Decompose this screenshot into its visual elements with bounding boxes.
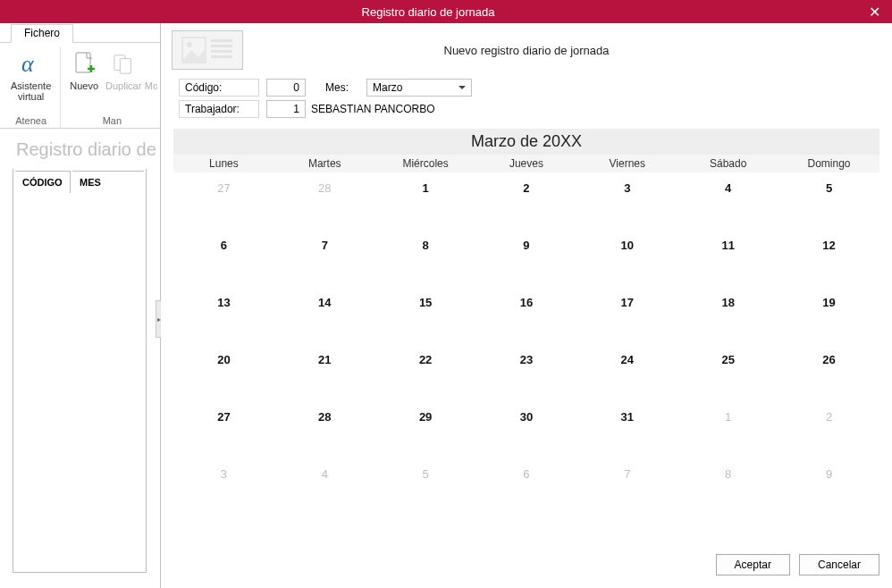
calendar-day[interactable]: 26 — [778, 344, 879, 401]
alpha-icon: α — [17, 48, 46, 80]
calendar-day: 9 — [778, 458, 879, 516]
calendar-day: 3 — [173, 458, 274, 516]
calendar-title: Marzo de 20XX — [173, 129, 879, 155]
ribbon-group-mantenimiento: Nuevo Duplicar Mo Man — [61, 46, 163, 128]
calendar-day[interactable]: 2 — [476, 172, 577, 230]
calendar-day[interactable]: 22 — [375, 344, 476, 401]
calendar-day[interactable]: 10 — [576, 230, 677, 287]
calendar-day[interactable]: 14 — [274, 287, 375, 344]
edit-icon — [145, 48, 157, 80]
calendar-day[interactable]: 7 — [274, 230, 375, 287]
ribbon-group-label-atenea: Atenea — [15, 115, 46, 128]
label-codigo: Código: — [179, 79, 259, 97]
duplicate-icon — [112, 48, 135, 80]
calendar-day[interactable]: 12 — [778, 230, 879, 287]
calendar-day[interactable]: 3 — [576, 172, 677, 230]
mes-dropdown[interactable]: Marzo — [366, 79, 472, 97]
calendar-day: 8 — [677, 458, 778, 516]
new-doc-icon — [72, 48, 96, 80]
svg-rect-7 — [211, 45, 232, 47]
weekday-header: Viernes — [576, 155, 677, 172]
m-label: Mo — [145, 80, 157, 91]
calendar-day[interactable]: 23 — [476, 344, 577, 401]
nuevo-button[interactable]: Nuevo — [66, 46, 102, 93]
calendar-day[interactable]: 18 — [677, 287, 778, 344]
calendar-day[interactable]: 20 — [173, 344, 274, 401]
duplicar-label: Duplicar — [105, 80, 141, 91]
calendar-day[interactable]: 13 — [173, 287, 274, 344]
svg-rect-8 — [211, 50, 232, 53]
asistente-virtual-button[interactable]: α Asistente virtual — [7, 46, 55, 104]
svg-rect-9 — [211, 55, 232, 58]
tab-fichero[interactable]: Fichero — [11, 24, 73, 43]
calendar-day[interactable]: 25 — [677, 344, 778, 401]
label-trabajador: Trabajador: — [179, 100, 259, 118]
duplicar-button: Duplicar — [102, 46, 145, 93]
calendar-grid: LunesMartesMiércolesJuevesViernesSábadoD… — [173, 155, 879, 516]
window-title: Registro diario de jornada — [0, 5, 856, 19]
form-area: Código: 0 Mes: Marzo Trabajador: 1 SEBAS… — [161, 73, 892, 125]
calendar-day[interactable]: 21 — [274, 344, 375, 401]
calendar-day: 4 — [274, 458, 375, 516]
cancel-button[interactable]: Cancelar — [799, 554, 879, 575]
calendar-day: 5 — [375, 458, 476, 516]
accept-button[interactable]: Aceptar — [716, 554, 790, 575]
calendar-day[interactable]: 9 — [476, 230, 577, 287]
calendar-day[interactable]: 19 — [778, 287, 879, 344]
svg-point-5 — [187, 42, 192, 47]
calendar-day[interactable]: 24 — [576, 344, 677, 401]
calendar-day[interactable]: 17 — [576, 287, 677, 344]
calendar-day[interactable]: 6 — [173, 230, 274, 287]
svg-rect-3 — [121, 59, 131, 74]
grid-empty — [15, 195, 144, 570]
col-codigo[interactable]: CÓDIGO — [15, 171, 71, 193]
close-icon[interactable]: ✕ — [856, 0, 892, 23]
mes-value: Marzo — [373, 81, 402, 94]
calendar-day: 6 — [476, 458, 577, 516]
calendar-day[interactable]: 1 — [375, 172, 476, 230]
dialog-nuevo-registro: ▸ Nuevo registro diario de jornada Códig… — [160, 23, 892, 588]
weekday-header: Lunes — [173, 155, 274, 172]
window-titlebar: Registro diario de jornada ✕ — [0, 0, 892, 23]
ribbon-group-atenea: α Asistente virtual Atenea — [2, 46, 61, 128]
calendar-day[interactable]: 5 — [778, 172, 879, 230]
dialog-title: Nuevo registro diario de jornada — [261, 44, 881, 57]
trabajador-name: SEBASTIAN PANCORBO — [311, 103, 434, 115]
calendar: Marzo de 20XX LunesMartesMiércolesJueves… — [161, 125, 892, 545]
ribbon-group-label-man: Man — [103, 115, 122, 128]
calendar-day: 2 — [778, 401, 879, 458]
calendar-day[interactable]: 27 — [173, 401, 274, 458]
calendar-day[interactable]: 11 — [677, 230, 778, 287]
calendar-day[interactable]: 28 — [274, 401, 375, 458]
dialog-footer: Aceptar Cancelar — [161, 545, 892, 588]
calendar-day: 7 — [576, 458, 677, 516]
svg-rect-6 — [211, 39, 232, 42]
weekday-header: Domingo — [778, 155, 879, 172]
weekday-header: Jueves — [476, 155, 577, 172]
codigo-input[interactable]: 0 — [266, 79, 306, 97]
weekday-header: Martes — [274, 155, 375, 172]
calendar-day[interactable]: 4 — [677, 172, 778, 230]
nuevo-label: Nuevo — [70, 80, 98, 91]
weekday-header: Miércoles — [375, 155, 476, 172]
asistente-label-1: Asistente — [11, 80, 51, 91]
calendar-day: 28 — [274, 172, 375, 230]
modificar-button-cut: Mo — [145, 46, 157, 93]
calendar-day: 27 — [173, 172, 274, 230]
calendar-day[interactable]: 31 — [576, 401, 677, 458]
asistente-label-2: virtual — [18, 91, 44, 102]
calendar-day[interactable]: 29 — [375, 401, 476, 458]
col-mes[interactable]: MES — [72, 171, 144, 193]
svg-text:α: α — [21, 51, 35, 77]
calendar-day[interactable]: 16 — [476, 287, 577, 344]
weekday-header: Sábado — [677, 155, 778, 172]
calendar-day[interactable]: 30 — [476, 401, 577, 458]
calendar-day: 1 — [677, 401, 778, 458]
expand-handle-icon[interactable]: ▸ — [156, 300, 161, 338]
trabajador-num-input[interactable]: 1 — [266, 100, 306, 118]
label-mes: Mes: — [325, 81, 361, 94]
calendar-day[interactable]: 15 — [375, 287, 476, 344]
background-grid: CÓDIGO MES — [13, 169, 147, 573]
image-placeholder-icon — [172, 30, 243, 70]
calendar-day[interactable]: 8 — [375, 230, 476, 287]
